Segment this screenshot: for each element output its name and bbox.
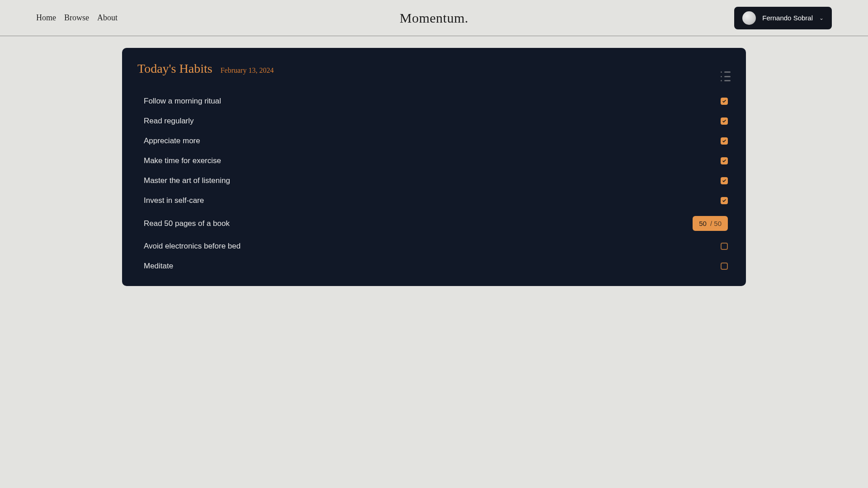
habit-label: Meditate xyxy=(144,262,173,271)
nav-link-browse[interactable]: Browse xyxy=(64,13,89,23)
avatar xyxy=(742,11,756,25)
chevron-down-icon: ⌄ xyxy=(819,15,824,21)
habit-row: Master the art of listening xyxy=(137,173,731,189)
habit-label: Avoid electronics before bed xyxy=(144,242,241,251)
habit-row: Read 50 pages of a book50/ 50 xyxy=(137,212,731,235)
nav-link-about[interactable]: About xyxy=(97,13,118,23)
user-name: Fernando Sobral xyxy=(762,14,813,22)
habit-checkbox[interactable] xyxy=(721,117,728,125)
habit-row: Invest in self-care xyxy=(137,192,731,209)
nav-links: Home Browse About xyxy=(36,13,118,23)
habit-label: Follow a morning ritual xyxy=(144,97,221,106)
habit-row: Meditate xyxy=(137,258,731,274)
habit-label: Invest in self-care xyxy=(144,196,204,205)
habit-label: Make time for exercise xyxy=(144,156,221,165)
habit-checkbox[interactable] xyxy=(721,197,728,204)
habit-row: Follow a morning ritual xyxy=(137,93,731,109)
habit-checkbox[interactable] xyxy=(721,263,728,270)
habit-checkbox[interactable] xyxy=(721,98,728,105)
progress-total: / 50 xyxy=(710,220,722,227)
habit-label: Read 50 pages of a book xyxy=(144,219,230,228)
habit-label: Read regularly xyxy=(144,117,194,126)
card-date: February 13, 2024 xyxy=(221,66,274,75)
list-view-icon[interactable] xyxy=(721,71,731,81)
card-title: Today's Habits xyxy=(137,61,212,76)
nav-link-home[interactable]: Home xyxy=(36,13,56,23)
user-menu[interactable]: Fernando Sobral ⌄ xyxy=(734,7,832,29)
habit-checkbox[interactable] xyxy=(721,243,728,250)
card-header: Today's Habits February 13, 2024 xyxy=(137,61,731,81)
habit-label: Appreciate more xyxy=(144,136,200,145)
habit-progress-chip[interactable]: 50/ 50 xyxy=(693,216,728,231)
brand-title: Momentum. xyxy=(400,10,468,26)
habit-row: Appreciate more xyxy=(137,133,731,149)
topbar: Home Browse About Momentum. Fernando Sob… xyxy=(0,0,868,36)
habit-row: Avoid electronics before bed xyxy=(137,238,731,254)
habit-row: Make time for exercise xyxy=(137,153,731,169)
habits-list: Follow a morning ritualRead regularlyApp… xyxy=(137,93,731,274)
habit-checkbox[interactable] xyxy=(721,177,728,184)
habit-checkbox[interactable] xyxy=(721,157,728,164)
progress-value: 50 xyxy=(699,220,707,227)
habit-checkbox[interactable] xyxy=(721,137,728,145)
habits-card: Today's Habits February 13, 2024 Follow … xyxy=(122,48,746,286)
habit-label: Master the art of listening xyxy=(144,176,230,185)
habit-row: Read regularly xyxy=(137,113,731,129)
